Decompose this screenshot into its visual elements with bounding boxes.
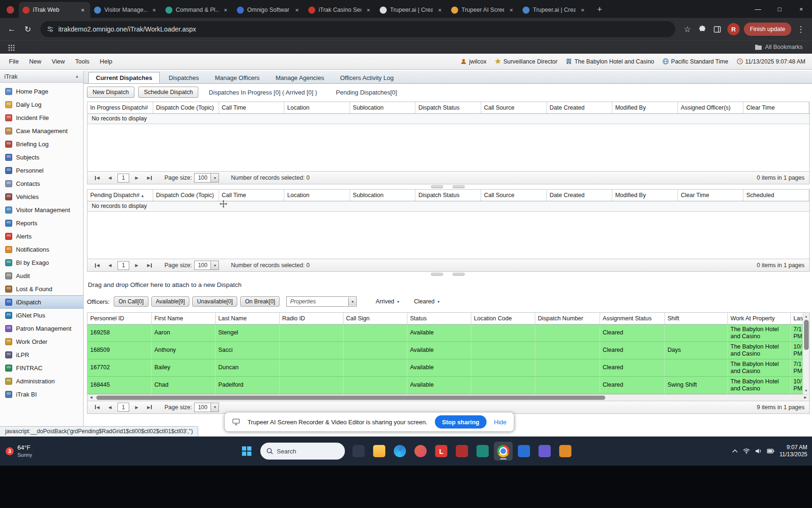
- module-tab[interactable]: Manage Officers: [208, 72, 266, 83]
- dropdown-arrow-icon[interactable]: ▼: [211, 261, 219, 270]
- address-bar[interactable]: itrakdemo2.omnigo.one/iTrak/WorkLoader.a…: [40, 21, 675, 37]
- column-header[interactable]: Call Source: [481, 190, 547, 201]
- module-tab[interactable]: Dispatches: [162, 72, 206, 83]
- sidebar-item[interactable]: Notifications: [0, 243, 83, 256]
- column-header[interactable]: Clear Time: [678, 190, 743, 201]
- pager-prev-button[interactable]: ◀: [105, 173, 115, 183]
- officer-filter-button[interactable]: Unavailable[0]: [192, 296, 237, 307]
- profile-avatar[interactable]: R: [727, 23, 740, 35]
- dispatches-in-progress-summary[interactable]: Dispatches In Progress [0] ( Arrived [0]…: [209, 89, 317, 96]
- column-header[interactable]: Las: [790, 313, 803, 324]
- officer-filter-button[interactable]: Available[9]: [151, 296, 190, 307]
- photos-icon[interactable]: [411, 442, 430, 460]
- sidebar-item[interactable]: Personnel: [0, 164, 83, 177]
- browser-menu-dots-icon[interactable]: ⋮: [793, 22, 808, 37]
- column-header[interactable]: Date Created: [547, 102, 612, 113]
- officers-horizontal-scrollbar[interactable]: ◀ ▶: [87, 394, 809, 401]
- officer-filter-button[interactable]: On Break[0]: [240, 296, 280, 307]
- chrome-icon[interactable]: [494, 442, 513, 460]
- page-size-dropdown[interactable]: 100 ▼: [194, 403, 219, 412]
- column-header[interactable]: In Progress Dispatch#: [87, 102, 153, 113]
- sidebar-item[interactable]: iGNet Plus: [0, 309, 83, 322]
- dropdown-arrow-icon[interactable]: ▼: [211, 174, 219, 182]
- table-row[interactable]: 167702BaileyDuncanAvailableClearedThe Ba…: [87, 359, 803, 376]
- officers-vertical-scrollbar[interactable]: ▲ ▼: [803, 313, 809, 394]
- column-header[interactable]: Personnel ID: [87, 313, 151, 324]
- column-header[interactable]: Radio ID: [279, 313, 343, 324]
- sidebar-item[interactable]: Contacts: [0, 177, 83, 190]
- schedule-dispatch-button[interactable]: Schedule Dispatch: [138, 87, 198, 98]
- sidebar-item[interactable]: Briefing Log: [0, 137, 83, 151]
- sidebar-item[interactable]: Subjects: [0, 151, 83, 164]
- sidebar-item[interactable]: Vehicles: [0, 190, 83, 203]
- sidebar-item[interactable]: iLPR: [0, 348, 83, 361]
- menu-item[interactable]: New: [24, 58, 47, 65]
- officer-filter-button[interactable]: On Call[0]: [114, 296, 148, 307]
- sidebar-item[interactable]: Audit: [0, 269, 83, 282]
- sidebar-item[interactable]: Reports: [0, 216, 83, 230]
- table-row[interactable]: 168509AnthonySacciAvailableClearedDaysTh…: [87, 341, 803, 359]
- menu-item[interactable]: Help: [94, 58, 117, 65]
- weather-widget[interactable]: 3 64°F Sunny: [6, 437, 32, 466]
- teal-app-icon[interactable]: [473, 442, 492, 460]
- pager-last-button[interactable]: ▶: [144, 173, 155, 183]
- pen-app-icon[interactable]: [556, 442, 575, 460]
- sidebar-item[interactable]: Daily Log: [0, 98, 83, 111]
- tab-close-icon[interactable]: ×: [508, 6, 515, 14]
- column-header[interactable]: Scheduled: [743, 190, 809, 201]
- table-row[interactable]: 169258AaronStengelAvailableClearedThe Ba…: [87, 324, 803, 341]
- browser-tab[interactable]: iTrak Web ×: [19, 2, 90, 18]
- window-close-button[interactable]: ×: [790, 0, 812, 18]
- module-tab[interactable]: Manage Agencies: [268, 72, 331, 83]
- scroll-down-icon[interactable]: ▼: [804, 388, 808, 394]
- pager-first-button[interactable]: ◀: [92, 261, 102, 270]
- taskbar-clock[interactable]: 9:07 AM 11/13/2025: [780, 444, 807, 458]
- wifi-icon[interactable]: [743, 448, 750, 454]
- scroll-left-icon[interactable]: ◀: [87, 396, 95, 399]
- tune-icon[interactable]: [47, 25, 54, 33]
- column-header[interactable]: Dispatch Code (Topic): [153, 190, 219, 201]
- pager-next-button[interactable]: ▶: [132, 403, 142, 412]
- pager-prev-button[interactable]: ◀: [105, 261, 115, 270]
- page-number-box[interactable]: 1: [117, 403, 129, 412]
- module-tab[interactable]: Officers Activity Log: [333, 72, 401, 83]
- menu-item[interactable]: View: [47, 58, 70, 65]
- apps-grid-icon[interactable]: [8, 45, 10, 46]
- pager-next-button[interactable]: ▶: [132, 261, 142, 270]
- pager-next-button[interactable]: ▶: [132, 173, 142, 183]
- pager-last-button[interactable]: ▶: [144, 261, 155, 270]
- column-header[interactable]: Work At Property: [727, 313, 790, 324]
- sidebar-item[interactable]: BI by Exago: [0, 256, 83, 269]
- pager-first-button[interactable]: ◀: [92, 173, 102, 183]
- sidebar-item[interactable]: Incident File: [0, 111, 83, 124]
- column-header[interactable]: Sublocation: [350, 102, 415, 113]
- tray-chevron-up-icon[interactable]: [732, 449, 738, 453]
- browser-tab[interactable]: Visitor Manage… ×: [90, 2, 162, 18]
- page-number-box[interactable]: 1: [117, 174, 129, 183]
- module-tab[interactable]: Current Dispatches: [88, 72, 160, 83]
- column-header[interactable]: First Name: [151, 313, 215, 324]
- volume-icon[interactable]: [755, 448, 762, 454]
- column-header[interactable]: Date Created: [547, 190, 612, 201]
- outlook-icon[interactable]: [515, 442, 533, 460]
- new-tab-button[interactable]: +: [593, 3, 606, 16]
- page-size-dropdown[interactable]: 100 ▼: [194, 261, 219, 270]
- sidebar-item[interactable]: Work Order: [0, 335, 83, 348]
- search-input[interactable]: Search: [260, 443, 345, 460]
- sidebar-item[interactable]: Home Page: [0, 85, 83, 98]
- tab-close-icon[interactable]: ×: [579, 6, 586, 14]
- page-number-box[interactable]: 1: [117, 261, 129, 270]
- sidebar-item[interactable]: Visitor Management: [0, 203, 83, 216]
- back-button[interactable]: ←: [4, 21, 20, 37]
- stop-sharing-button[interactable]: Stop sharing: [435, 415, 486, 429]
- menu-item[interactable]: Tools: [70, 58, 94, 65]
- extensions-puzzle-icon[interactable]: [695, 22, 710, 37]
- splitter-gripper[interactable]: [84, 273, 812, 276]
- column-header[interactable]: Pending Dispatch# ▲: [87, 190, 153, 201]
- battery-icon[interactable]: [767, 449, 774, 453]
- sidebar-header[interactable]: iTrak ▲: [0, 71, 83, 83]
- column-header[interactable]: Last Name: [215, 313, 279, 324]
- hide-link[interactable]: Hide: [494, 419, 507, 426]
- violet-app-icon[interactable]: [535, 442, 554, 460]
- url-text[interactable]: itrakdemo2.omnigo.one/iTrak/WorkLoader.a…: [58, 25, 196, 33]
